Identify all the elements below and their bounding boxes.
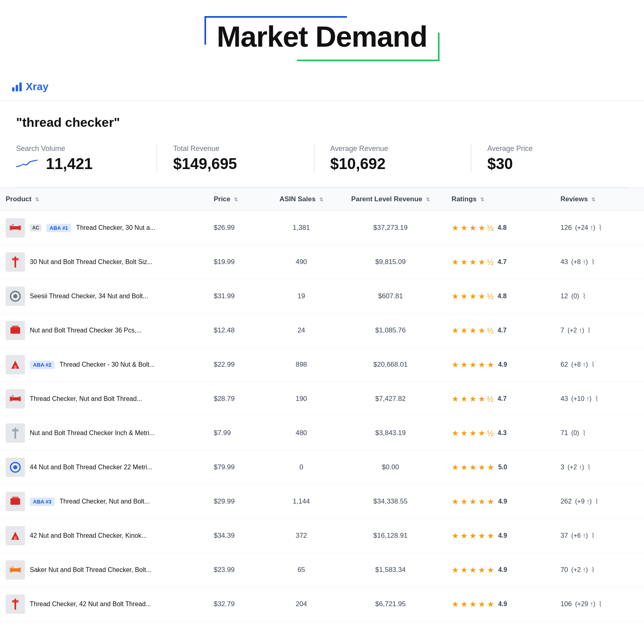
page-title: Market Demand xyxy=(217,20,427,53)
table-row: Nut and Bolt Thread Checker 36 Pcs,... $… xyxy=(0,314,644,348)
svg-rect-21 xyxy=(14,537,17,540)
chart-icon[interactable]: ⌇ xyxy=(587,326,591,335)
rating-value: 4.9 xyxy=(498,566,507,574)
product-name: Seesii Thread Checker, 34 Nut and Bolt..… xyxy=(30,293,148,300)
parent-revenue-cell: $20,668.01 xyxy=(335,348,446,382)
stat-search-volume: Search Volume 11,421 xyxy=(16,144,157,173)
avg-revenue-label: Average Revenue xyxy=(330,144,455,153)
reviews-cell: 12 (0) ⌇ xyxy=(555,279,644,314)
product-thumbnail xyxy=(6,321,25,340)
chart-icon[interactable]: ⌇ xyxy=(582,429,586,438)
products-table: Product ⇅ Price ⇅ ASIN Sales ⇅ Parent Le… xyxy=(0,188,644,621)
price-cell: $28.79 xyxy=(208,382,268,416)
ratings-cell: ★★★★★ 4.9 xyxy=(446,348,555,382)
price-cell: $34.39 xyxy=(208,519,268,553)
badge-ac: AC xyxy=(30,224,41,231)
reviews-cell: 43 (+8 ↑) ⌇ xyxy=(555,245,644,279)
chart-icon[interactable]: ⌇ xyxy=(582,292,586,301)
ratings-cell: ★★★★½ 4.8 xyxy=(446,211,555,245)
review-count: 7 xyxy=(560,326,564,334)
review-count: 106 xyxy=(560,600,572,608)
total-revenue-value: $149,695 xyxy=(173,155,297,173)
col-header-revenue[interactable]: Parent Level Revenue ⇅ xyxy=(335,188,446,211)
reviews-cell: 3 (+2 ↑) ⌇ xyxy=(555,450,644,485)
chart-icon[interactable]: ⌇ xyxy=(591,360,595,369)
review-change: (+8 ↑) xyxy=(571,361,588,368)
col-header-product[interactable]: Product ⇅ xyxy=(0,188,208,211)
chart-icon[interactable]: ⌇ xyxy=(591,531,595,540)
table-row: Thread Checker, Nut and Bolt Thread... $… xyxy=(0,382,644,416)
xray-icon xyxy=(12,83,22,91)
product-cell: 44 Nut and Bolt Thread Checker 22 Metri.… xyxy=(0,450,208,485)
table-row: ABA #3 Thread Checker, Nut and Bolt... $… xyxy=(0,485,644,519)
svg-rect-12 xyxy=(10,396,12,401)
product-thumbnail xyxy=(6,355,25,374)
chart-icon[interactable]: ⌇ xyxy=(595,497,599,506)
parent-revenue-cell: $1,085.76 xyxy=(335,314,446,348)
reviews-cell: 62 (+8 ↑) ⌇ xyxy=(555,348,644,382)
col-header-price[interactable]: Price ⇅ xyxy=(208,188,268,211)
product-name: Thread Checker, Nut and Bolt Thread... xyxy=(30,395,142,402)
page-header: Market Demand xyxy=(0,0,644,73)
review-change: (+6 ↑) xyxy=(571,532,588,539)
xray-bar: Xray xyxy=(0,73,644,101)
badge-aba: ABA #1 xyxy=(46,224,71,232)
svg-rect-19 xyxy=(10,498,20,505)
product-name: 42 Nut and Bolt Thread Checker, Kinok... xyxy=(30,532,147,539)
reviews-cell: 71 (0) ⌇ xyxy=(555,416,644,450)
table-row: Saker Nut and Bolt Thread Checker, Bolt.… xyxy=(0,553,644,587)
parent-revenue-cell: $1,583.34 xyxy=(335,553,446,587)
product-cell: 30 Nut and Bolt Thread Checker, Bolt Siz… xyxy=(0,245,208,279)
svg-rect-8 xyxy=(10,327,20,334)
ratings-cell: ★★★★★ 4.9 xyxy=(446,553,555,587)
ratings-cell: ★★★★½ 4.7 xyxy=(446,245,555,279)
parent-revenue-cell: $6,721.95 xyxy=(335,587,446,621)
sparkline-chart xyxy=(16,158,40,171)
search-query: "thread checker" xyxy=(16,115,628,130)
review-count: 262 xyxy=(560,497,572,506)
products-table-wrap: Product ⇅ Price ⇅ ASIN Sales ⇅ Parent Le… xyxy=(0,188,644,621)
col-header-asin[interactable]: ASIN Sales ⇅ xyxy=(268,188,335,211)
asin-sales-cell: 490 xyxy=(268,245,335,279)
reviews-cell: 7 (+2 ↑) ⌇ xyxy=(555,314,644,348)
parent-revenue-cell: $3,843.19 xyxy=(335,416,446,450)
product-name: Thread Checker, 30 Nut a... xyxy=(76,224,155,231)
review-change: (0) xyxy=(571,429,579,437)
rating-value: 4.7 xyxy=(497,395,506,402)
chart-icon[interactable]: ⌇ xyxy=(591,566,595,574)
product-cell: Saker Nut and Bolt Thread Checker, Bolt.… xyxy=(0,553,208,587)
reviews-cell: 37 (+6 ↑) ⌇ xyxy=(555,519,644,553)
rating-value: 4.9 xyxy=(498,498,507,505)
badge-aba: ABA #3 xyxy=(30,497,55,506)
ratings-cell: ★★★★★ 4.9 xyxy=(446,587,555,621)
total-revenue-label: Total Revenue xyxy=(173,144,297,153)
chart-icon[interactable]: ⌇ xyxy=(599,600,602,609)
svg-line-25 xyxy=(12,566,14,568)
chart-icon[interactable]: ⌇ xyxy=(591,258,595,266)
svg-rect-16 xyxy=(12,429,19,431)
chart-icon[interactable]: ⌇ xyxy=(595,394,599,403)
asin-sales-cell: 372 xyxy=(268,519,335,553)
svg-rect-10 xyxy=(14,365,17,369)
chart-icon[interactable]: ⌇ xyxy=(587,463,591,472)
badge-aba: ABA #2 xyxy=(30,361,55,369)
chart-icon[interactable]: ⌇ xyxy=(599,223,602,232)
reviews-cell: 262 (+9 ↑) ⌇ xyxy=(555,485,644,519)
product-thumbnail xyxy=(6,492,25,511)
table-row: 42 Nut and Bolt Thread Checker, Kinok...… xyxy=(0,519,644,553)
price-cell: $19.99 xyxy=(208,245,268,279)
review-change: (+2 ↑) xyxy=(568,327,584,334)
col-header-reviews[interactable]: Reviews ⇅ xyxy=(555,188,644,211)
table-row: Thread Checker, 42 Nut and Bolt Thread..… xyxy=(0,587,644,621)
price-cell: $26.99 xyxy=(208,211,268,245)
reviews-cell: 43 (+10 ↑) ⌇ xyxy=(555,382,644,416)
price-cell: $29.99 xyxy=(208,485,268,519)
parent-revenue-cell: $0.00 xyxy=(335,450,446,485)
product-thumbnail xyxy=(6,594,25,614)
product-name: Thread Checker - 30 Nut & Bolt... xyxy=(60,361,155,368)
product-cell: Thread Checker, Nut and Bolt Thread... xyxy=(0,382,208,416)
product-thumbnail xyxy=(6,560,25,580)
col-header-ratings[interactable]: Ratings ⇅ xyxy=(446,188,555,211)
review-change: (+2 ↑) xyxy=(568,464,584,471)
sort-icon-reviews: ⇅ xyxy=(591,197,595,202)
